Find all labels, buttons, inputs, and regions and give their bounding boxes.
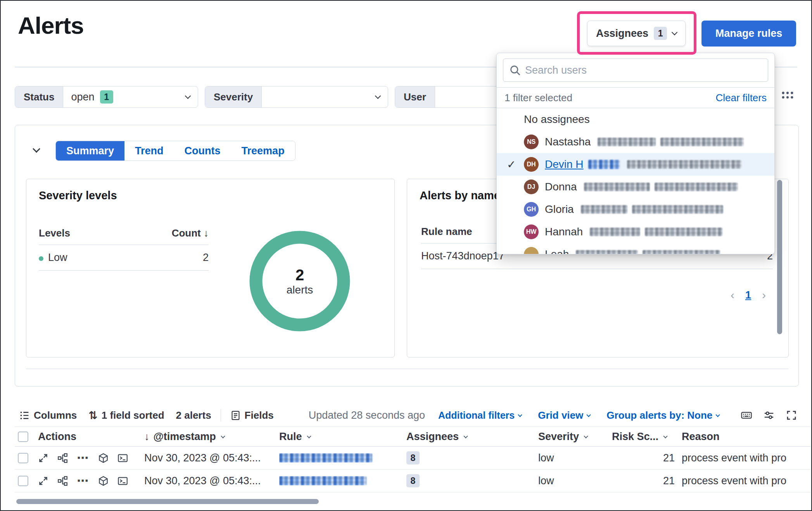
severity-column-header[interactable]: Severity bbox=[538, 431, 612, 443]
option-user[interactable]: DJ Donna bbox=[497, 176, 774, 198]
display-options-icon[interactable] bbox=[763, 409, 775, 421]
redacted-user-details bbox=[627, 160, 741, 169]
risk-score-column-header[interactable]: Risk Sc... bbox=[612, 431, 682, 443]
alert-severity: low bbox=[538, 452, 612, 464]
keyboard-shortcuts-icon[interactable] bbox=[741, 409, 752, 421]
analyzer-graph-icon[interactable] bbox=[57, 476, 68, 486]
page-title: Alerts bbox=[18, 12, 84, 39]
analyzer-graph-icon[interactable] bbox=[57, 453, 68, 463]
select-all-checkbox[interactable] bbox=[18, 432, 28, 442]
avatar: DJ bbox=[524, 180, 539, 194]
horizontal-scrollbar[interactable] bbox=[16, 499, 319, 504]
chevron-down-icon bbox=[672, 29, 678, 35]
rule-column-header[interactable]: Rule bbox=[279, 431, 406, 443]
clear-filters-link[interactable]: Clear filters bbox=[716, 92, 767, 104]
chevron-down-icon bbox=[221, 434, 225, 438]
chevron-down-icon bbox=[716, 413, 720, 417]
assignees-button-label: Assignees bbox=[596, 28, 648, 40]
severity-filter[interactable]: Severity bbox=[205, 86, 388, 108]
user-search-box[interactable] bbox=[503, 59, 768, 82]
chevron-down-icon bbox=[518, 413, 522, 417]
option-no-assignees[interactable]: No assignees bbox=[497, 108, 774, 131]
alert-count-label: 2 alerts bbox=[176, 409, 211, 421]
user-first-name: Hannah bbox=[545, 226, 583, 238]
redacted-user-details bbox=[645, 228, 722, 236]
more-actions-icon[interactable]: ⋯ bbox=[77, 479, 89, 483]
option-user[interactable]: GH Gloria bbox=[497, 198, 774, 221]
option-user[interactable]: Leah bbox=[497, 243, 774, 254]
avatar: HW bbox=[524, 224, 539, 239]
alert-risk-score: 21 bbox=[612, 475, 682, 487]
avatar: NS bbox=[524, 135, 539, 149]
manage-rules-button[interactable]: Manage rules bbox=[701, 21, 796, 47]
redacted-user-details bbox=[581, 205, 627, 214]
filter-bar: Status open 1 Severity User bbox=[15, 86, 578, 108]
redacted-user-details bbox=[660, 138, 744, 146]
osquery-cube-icon[interactable] bbox=[98, 476, 109, 486]
severity-level-row: Low 2 bbox=[39, 245, 209, 271]
donut-total-value: 2 bbox=[295, 266, 304, 284]
session-view-icon[interactable] bbox=[117, 453, 128, 463]
row-checkbox[interactable] bbox=[18, 453, 28, 463]
alert-reason: process event with pro bbox=[682, 475, 810, 487]
user-first-name: Leah bbox=[545, 248, 569, 254]
redacted-rule-name[interactable] bbox=[279, 476, 366, 485]
user-filter-label: User bbox=[395, 86, 435, 107]
next-page-chevron-icon[interactable]: › bbox=[762, 288, 766, 302]
severity-levels-title: Severity levels bbox=[39, 189, 117, 202]
filter-sets-icon[interactable] bbox=[781, 91, 794, 100]
page-number[interactable]: 1 bbox=[745, 289, 751, 301]
severity-filter-label: Severity bbox=[205, 86, 262, 107]
status-filter[interactable]: Status open 1 bbox=[15, 86, 198, 108]
expand-alert-icon[interactable] bbox=[38, 476, 48, 486]
chevron-down-icon bbox=[584, 434, 588, 438]
search-users-input[interactable] bbox=[525, 64, 762, 76]
count-column-header[interactable]: Count ↓ bbox=[172, 227, 209, 239]
status-filter-label: Status bbox=[15, 86, 63, 107]
row-checkbox[interactable] bbox=[18, 476, 28, 486]
assignees-count-badge: 1 bbox=[654, 27, 667, 40]
redacted-user-details bbox=[584, 183, 650, 191]
collapsed-section-divider bbox=[26, 369, 788, 369]
severity-levels-table: Levels Count ↓ Low 2 bbox=[39, 224, 209, 271]
assignees-column-header[interactable]: Assignees bbox=[406, 431, 538, 443]
tab-trend[interactable]: Trend bbox=[124, 141, 174, 161]
tab-counts[interactable]: Counts bbox=[174, 141, 231, 161]
fullscreen-icon[interactable] bbox=[786, 409, 797, 421]
expand-alert-icon[interactable] bbox=[38, 453, 48, 463]
more-actions-icon[interactable]: ⋯ bbox=[77, 456, 89, 460]
previous-page-chevron-icon[interactable]: ‹ bbox=[731, 288, 734, 302]
redacted-user-details bbox=[590, 228, 640, 236]
collapse-charts-chevron-icon[interactable] bbox=[34, 146, 39, 153]
alert-risk-score: 21 bbox=[612, 452, 682, 464]
alerts-table: Actions ↓ @timestamp Rule Assignees Seve… bbox=[15, 426, 810, 492]
grid-view-button[interactable]: Grid view bbox=[538, 409, 590, 421]
redacted-user-details bbox=[576, 250, 638, 254]
donut-total-label: alerts bbox=[287, 284, 313, 296]
fields-button[interactable]: Fields bbox=[230, 409, 274, 421]
assignees-option-list: No assignees NS Nastasha ✓ DH Devin H DJ… bbox=[497, 108, 774, 254]
osquery-cube-icon[interactable] bbox=[98, 453, 109, 463]
severity-level-count: 2 bbox=[203, 252, 209, 264]
timestamp-column-header[interactable]: ↓ @timestamp bbox=[144, 431, 279, 443]
option-user-selected[interactable]: ✓ DH Devin H bbox=[497, 153, 774, 176]
redacted-user-details bbox=[632, 205, 723, 214]
columns-button[interactable]: Columns bbox=[19, 409, 77, 421]
assignees-count-badge[interactable]: 8 bbox=[406, 451, 420, 464]
assignees-count-badge[interactable]: 8 bbox=[406, 474, 420, 487]
additional-filters-button[interactable]: Additional filters bbox=[438, 410, 522, 421]
sort-fields-button[interactable]: ⇅ 1 field sorted bbox=[88, 409, 164, 422]
tab-treemap[interactable]: Treemap bbox=[231, 141, 295, 161]
status-filter-value: open bbox=[71, 91, 94, 103]
reason-column-header: Reason bbox=[682, 431, 810, 443]
chevron-down-icon bbox=[307, 434, 311, 438]
actions-column-header: Actions bbox=[38, 431, 144, 443]
group-alerts-by-button[interactable]: Group alerts by: None bbox=[606, 409, 719, 421]
option-user[interactable]: NS Nastasha bbox=[497, 131, 774, 153]
assignees-filter-button[interactable]: Assignees 1 bbox=[587, 21, 686, 46]
tab-summary[interactable]: Summary bbox=[56, 141, 124, 161]
option-user[interactable]: HW Hannah bbox=[497, 221, 774, 243]
redacted-rule-name[interactable] bbox=[279, 453, 372, 463]
popup-scrollbar[interactable] bbox=[777, 180, 782, 334]
session-view-icon[interactable] bbox=[117, 476, 128, 486]
